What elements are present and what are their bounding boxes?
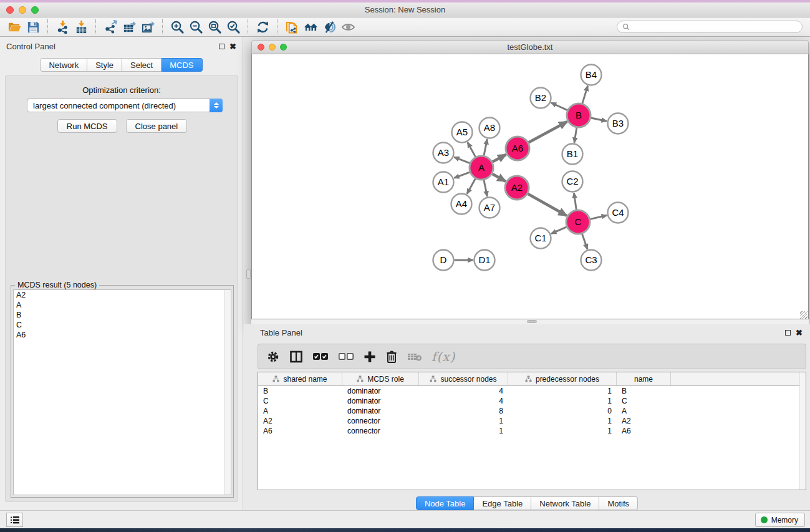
graph-edge-C-C2[interactable] [574, 193, 577, 210]
network-hscrollbar-thumb[interactable] [527, 320, 537, 323]
function-builder-button[interactable]: f(x) [430, 347, 457, 367]
column-header-name[interactable]: name [617, 372, 671, 385]
table-row[interactable]: A2connector11A2 [258, 416, 806, 426]
show-columns-button[interactable] [287, 347, 305, 367]
graph-edge-B-B1[interactable] [574, 128, 577, 143]
table-row[interactable]: A6connector11A6 [258, 426, 806, 436]
graph-edge-A-A8[interactable] [484, 139, 487, 155]
export-table-button[interactable] [120, 19, 138, 36]
graph-edge-B-B2[interactable] [551, 103, 567, 110]
table-settings-button[interactable] [264, 347, 282, 367]
mcds-result-item[interactable]: C [14, 320, 231, 330]
search-field[interactable] [617, 21, 803, 33]
resize-grip-icon[interactable] [800, 311, 808, 319]
deselect-all-icon [338, 352, 354, 362]
table-vscrollbar[interactable] [799, 372, 806, 490]
mcds-result-item[interactable]: A2 [14, 290, 231, 300]
zoom-selected-button[interactable] [224, 19, 243, 36]
search-input[interactable] [633, 22, 797, 31]
tab-select[interactable]: Select [122, 58, 162, 72]
zoom-window-button[interactable] [31, 6, 39, 14]
graph-edge-A-A7[interactable] [484, 180, 487, 196]
import-table-button[interactable] [72, 19, 90, 36]
criterion-dropdown[interactable]: largest connected component (directed) [27, 99, 223, 112]
main-toolbar [0, 17, 810, 37]
graph-edge-A-A2[interactable] [492, 174, 505, 181]
mcds-result-items: A2ABCA6 [14, 290, 231, 340]
graph-edge-B-B3[interactable] [591, 118, 607, 121]
float-panel-icon[interactable] [219, 44, 224, 49]
column-header-predecessor-nodes[interactable]: predecessor nodes [508, 372, 617, 385]
tab-mcds[interactable]: MCDS [162, 58, 202, 72]
create-column-button[interactable] [362, 347, 378, 367]
graph-edge-C-C3[interactable] [582, 234, 587, 249]
graph-edge-A-A1[interactable] [454, 172, 470, 178]
clone-network-button[interactable] [282, 19, 301, 36]
split-handle[interactable] [246, 269, 251, 279]
minimize-window-button[interactable] [19, 6, 26, 14]
tab-network[interactable]: Network [40, 58, 87, 72]
close-network-window-button[interactable] [258, 44, 264, 51]
network-canvas[interactable]: B4B2BB3A5A8A6A3B1AA1C2A2A4A7C4CC1DD1C3 [251, 54, 809, 319]
delete-column-button[interactable] [383, 347, 400, 367]
column-header-mcds-role[interactable]: MCDS role [342, 372, 419, 385]
export-network-button[interactable] [101, 19, 120, 36]
zoom-in-button[interactable] [168, 19, 186, 36]
export-table-icon [122, 20, 137, 34]
graph-edge-A-A3[interactable] [454, 157, 470, 163]
table-row[interactable]: Cdominator41C [258, 396, 806, 406]
mcds-result-list[interactable]: A2ABCA6 [13, 289, 231, 495]
network-hscrollbar[interactable] [251, 319, 809, 324]
minimize-network-window-button[interactable] [269, 44, 276, 51]
show-graphics-details-button[interactable] [339, 19, 357, 36]
graph-edge-A-A4[interactable] [467, 179, 475, 194]
close-window-button[interactable] [6, 6, 14, 14]
mcds-result-item[interactable]: A [14, 300, 231, 310]
export-image-button[interactable] [138, 19, 157, 36]
close-table-panel-icon[interactable]: ✖ [796, 329, 803, 337]
column-header-successor-nodes[interactable]: successor nodes [419, 372, 508, 385]
table-tab-node-table[interactable]: Node Table [416, 496, 475, 510]
table-row[interactable]: Adominator80A [258, 406, 806, 416]
table-tab-motifs[interactable]: Motifs [599, 496, 638, 510]
zoom-fit-button[interactable] [205, 19, 224, 36]
network-graph[interactable]: B4B2BB3A5A8A6A3B1AA1C2A2A4A7C4CC1DD1C3 [252, 54, 808, 318]
mcds-result-item[interactable]: B [14, 310, 231, 320]
graph-edge-B-B4[interactable] [582, 86, 588, 104]
graph-edge-C-C1[interactable] [551, 227, 567, 234]
delete-table-button[interactable] [405, 347, 424, 367]
refresh-button[interactable] [253, 19, 272, 36]
column-header-shared-name[interactable]: shared name [258, 372, 342, 385]
table-tab-edge-table[interactable]: Edge Table [474, 496, 531, 510]
deselect-all-button[interactable] [336, 347, 356, 367]
close-panel-icon[interactable]: ✖ [229, 42, 236, 51]
result-list-scrollbar[interactable] [224, 290, 231, 495]
mcds-result-item[interactable]: A6 [14, 330, 231, 340]
memory-button[interactable]: Memory [755, 513, 805, 527]
open-file-button[interactable] [5, 19, 24, 36]
close-panel-button[interactable]: Close panel [126, 119, 188, 133]
node-table[interactable]: shared nameMCDS rolesuccessor nodesprede… [258, 372, 806, 490]
graph-edge-A2-C[interactable] [528, 194, 566, 216]
table-tab-network-table[interactable]: Network Table [531, 496, 599, 510]
task-history-button[interactable] [6, 513, 23, 527]
import-network-button[interactable] [53, 19, 72, 36]
table-row[interactable]: Bdominator41B [258, 386, 806, 396]
tab-style[interactable]: Style [87, 58, 122, 72]
run-mcds-button[interactable]: Run MCDS [57, 119, 117, 133]
network-window-titlebar[interactable]: testGlobe.txt [251, 40, 809, 54]
network-view-window: testGlobe.txt B4B2BB3A5A8A6A3B1AA1C2A2A4… [251, 40, 809, 324]
graph-edge-C-C4[interactable] [590, 215, 607, 219]
zoom-network-window-button[interactable] [280, 44, 287, 51]
float-table-panel-icon[interactable] [785, 330, 791, 336]
save-session-button[interactable] [24, 19, 42, 36]
graph-edge-A6-B[interactable] [529, 122, 567, 142]
hide-graphics-details-button[interactable] [320, 19, 339, 36]
graph-edge-A-A5[interactable] [468, 142, 476, 157]
graph-edge-A-A6[interactable] [493, 155, 506, 162]
clone-network-icon [285, 20, 299, 34]
zoom-out-button[interactable] [186, 19, 205, 36]
desktop-background-bottom [0, 528, 810, 532]
select-all-button[interactable] [311, 347, 330, 367]
home-button[interactable] [301, 19, 320, 36]
